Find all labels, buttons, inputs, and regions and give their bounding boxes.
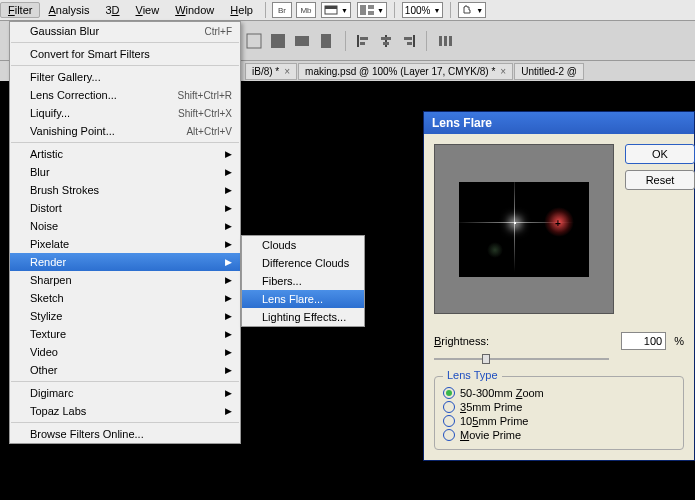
brightness-input[interactable] [621, 332, 666, 350]
menu-filter[interactable]: Filter [0, 2, 40, 18]
menu-item-lens-correction[interactable]: Lens Correction...Shift+Ctrl+R [10, 86, 240, 104]
tab-label: making.psd @ 100% (Layer 17, CMYK/8) * [305, 66, 495, 77]
tool-icon[interactable] [269, 32, 287, 50]
flare-artifact-icon [487, 242, 503, 258]
close-icon[interactable]: × [500, 66, 506, 77]
separator [265, 2, 266, 18]
menu-item-sketch[interactable]: Sketch▶ [10, 289, 240, 307]
submenu-item-lens-flare[interactable]: Lens Flare... [242, 290, 364, 308]
menu-item-other[interactable]: Other▶ [10, 361, 240, 379]
document-tab[interactable]: iB/8) *× [245, 63, 297, 80]
menu-item-blur[interactable]: Blur▶ [10, 163, 240, 181]
submenu-item-lighting[interactable]: Lighting Effects... [242, 308, 364, 326]
arrange-dropdown[interactable]: ▼ [357, 2, 387, 18]
percent-label: % [674, 335, 684, 347]
svg-rect-5 [247, 34, 261, 48]
separator [426, 31, 427, 51]
brightness-slider[interactable] [434, 354, 609, 364]
dialog-titlebar[interactable]: Lens Flare [424, 112, 694, 134]
menu-item-distort[interactable]: Distort▶ [10, 199, 240, 217]
radio-105mm[interactable]: 105mm Prime [443, 415, 675, 427]
svg-rect-2 [360, 5, 366, 15]
separator [450, 2, 451, 18]
menu-item-topaz[interactable]: Topaz Labs▶ [10, 402, 240, 420]
menu-item-stylize[interactable]: Stylize▶ [10, 307, 240, 325]
lens-type-legend: Lens Type [443, 369, 502, 381]
radio-35mm[interactable]: 35mm Prime [443, 401, 675, 413]
menu-item-texture[interactable]: Texture▶ [10, 325, 240, 343]
reset-button[interactable]: Reset [625, 170, 695, 190]
close-icon[interactable]: × [284, 66, 290, 77]
submenu-item-fibers[interactable]: Fibers... [242, 272, 364, 290]
preview-image[interactable]: + [459, 182, 589, 277]
align-icon[interactable] [400, 33, 416, 49]
menu-item-sharpen[interactable]: Sharpen▶ [10, 271, 240, 289]
bridge-icon[interactable]: Br [272, 2, 292, 18]
menu-item-vanishing-point[interactable]: Vanishing Point...Alt+Ctrl+V [10, 122, 240, 140]
lens-type-group: Lens Type 50-300mm Zoom 35mm Prime 105mm… [434, 376, 684, 450]
menu-item-noise[interactable]: Noise▶ [10, 217, 240, 235]
flare-star-icon [514, 222, 516, 224]
radio-50-300[interactable]: 50-300mm Zoom [443, 387, 675, 399]
lens-flare-dialog: Lens Flare OK Reset + Brightness: % Lens… [423, 111, 695, 461]
distribute-icon[interactable] [437, 33, 453, 49]
separator [345, 31, 346, 51]
document-tab[interactable]: making.psd @ 100% (Layer 17, CMYK/8) *× [298, 63, 513, 80]
menu-item-brush-strokes[interactable]: Brush Strokes▶ [10, 181, 240, 199]
tool-icon[interactable] [245, 32, 263, 50]
align-icon[interactable] [378, 33, 394, 49]
menu-item-pixelate[interactable]: Pixelate▶ [10, 235, 240, 253]
svg-rect-14 [383, 42, 389, 45]
radio-movie[interactable]: Movie Prime [443, 429, 675, 441]
svg-rect-4 [368, 11, 374, 15]
svg-rect-18 [439, 36, 442, 46]
menu-view[interactable]: View [128, 2, 168, 18]
menu-item-filter-gallery[interactable]: Filter Gallery... [10, 68, 240, 86]
menu-item-render[interactable]: Render▶ [10, 253, 240, 271]
chevron-down-icon: ▼ [377, 7, 384, 14]
chevron-down-icon: ▼ [476, 7, 483, 14]
tool-icon[interactable] [293, 32, 311, 50]
svg-rect-19 [444, 36, 447, 46]
minibridge-icon[interactable]: Mb [296, 2, 316, 18]
menu-3d[interactable]: 3D [97, 2, 127, 18]
slider-thumb[interactable] [482, 354, 490, 364]
chevron-down-icon: ▼ [341, 7, 348, 14]
menu-item-liquify[interactable]: Liquify...Shift+Ctrl+X [10, 104, 240, 122]
arrange-icon [360, 5, 374, 15]
menu-item-video[interactable]: Video▶ [10, 343, 240, 361]
svg-rect-8 [321, 34, 331, 48]
submenu-item-diff-clouds[interactable]: Difference Clouds [242, 254, 364, 272]
ok-button[interactable]: OK [625, 144, 695, 164]
svg-rect-20 [449, 36, 452, 46]
menu-analysis[interactable]: Analysis [40, 2, 97, 18]
tab-label: iB/8) * [252, 66, 279, 77]
menu-item-browse-online[interactable]: Browse Filters Online... [10, 425, 240, 443]
radio-icon [443, 429, 455, 441]
slider-track [434, 358, 609, 360]
svg-rect-1 [325, 6, 337, 9]
submenu-item-clouds[interactable]: Clouds [242, 236, 364, 254]
radio-icon [443, 401, 455, 413]
menu-item-artistic[interactable]: Artistic▶ [10, 145, 240, 163]
flare-center-crosshair[interactable]: + [555, 218, 561, 229]
menu-item-smart-filters[interactable]: Convert for Smart Filters [10, 45, 240, 63]
hand-tool-dropdown[interactable]: ▼ [458, 2, 486, 18]
radio-icon [443, 387, 455, 399]
align-icon[interactable] [356, 33, 372, 49]
tool-icon[interactable] [317, 32, 335, 50]
brightness-label: Brightness: [434, 335, 489, 347]
svg-rect-7 [295, 36, 309, 46]
menu-item-last-filter[interactable]: Gaussian BlurCtrl+F [10, 22, 240, 40]
menu-window[interactable]: Window [167, 2, 222, 18]
radio-icon [443, 415, 455, 427]
document-tab[interactable]: Untitled-2 @ [514, 63, 584, 80]
svg-rect-13 [381, 37, 391, 40]
menu-item-digimarc[interactable]: Digimarc▶ [10, 384, 240, 402]
zoom-dropdown[interactable]: 100% ▼ [402, 2, 444, 18]
screen-mode-dropdown[interactable]: ▼ [321, 2, 351, 18]
tab-label: Untitled-2 @ [521, 66, 577, 77]
menu-help[interactable]: Help [222, 2, 261, 18]
separator [394, 2, 395, 18]
preview-area[interactable]: + [434, 144, 614, 314]
